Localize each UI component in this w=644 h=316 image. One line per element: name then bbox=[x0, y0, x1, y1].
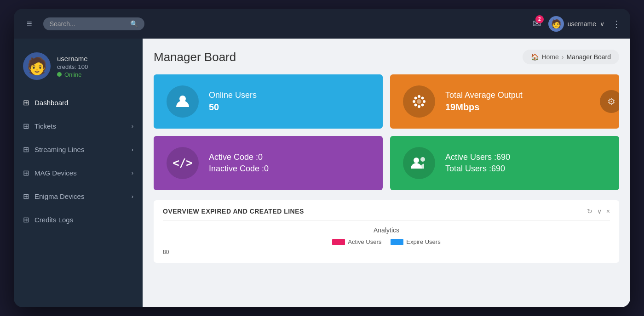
avatar: 🧑 bbox=[23, 52, 51, 80]
stat-info-users: Active Users :690 Total Users :690 bbox=[445, 152, 510, 174]
stat-card-users: Active Users :690 Total Users :690 bbox=[390, 136, 619, 190]
overview-section: OVERVIEW EXPIRED AND CREATED LINES ↻ ∨ ×… bbox=[154, 200, 619, 263]
breadcrumb-separator: › bbox=[562, 53, 564, 61]
chart-y-value: 80 bbox=[163, 249, 169, 255]
chevron-right-icon: › bbox=[132, 169, 133, 176]
svg-point-3 bbox=[418, 105, 420, 108]
svg-point-7 bbox=[421, 104, 424, 107]
top-bar-right: ✉ 2 🧑 username ∨ ⋮ bbox=[533, 16, 621, 32]
analytics-title: Analytics bbox=[163, 226, 610, 234]
sidebar-item-credits-logs[interactable]: ⊞ Credits Logs bbox=[14, 208, 143, 231]
svg-point-11 bbox=[420, 157, 425, 162]
tickets-icon: ⊞ bbox=[23, 122, 29, 130]
refresh-button[interactable]: ↻ bbox=[587, 208, 592, 215]
sidebar-item-enigma-devices[interactable]: ⊞ Enigma Devices › bbox=[14, 185, 143, 208]
svg-point-10 bbox=[414, 158, 419, 163]
device-frame: ≡ 🔍 ✉ 2 🧑 username ∨ ⋮ 🧑 username bbox=[14, 9, 630, 307]
search-icon: 🔍 bbox=[130, 20, 138, 28]
user-profile-button[interactable]: 🧑 username ∨ bbox=[548, 16, 604, 32]
stat-info-output: Total Average Output 19Mbps bbox=[445, 90, 523, 113]
code-icon: </> bbox=[172, 157, 192, 169]
sidebar-item-label: Streaming Lines bbox=[34, 146, 84, 153]
legend-swatch-pink bbox=[332, 239, 345, 245]
sidebar-item-label: Tickets bbox=[34, 122, 56, 130]
sidebar-item-label: Credits Logs bbox=[34, 216, 73, 224]
online-users-icon-circle bbox=[167, 85, 199, 118]
sidebar-item-mag-devices[interactable]: ⊞ MAG Devices › bbox=[14, 161, 143, 185]
streaming-lines-icon: ⊞ bbox=[23, 145, 29, 154]
legend-swatch-blue bbox=[391, 239, 403, 245]
svg-point-8 bbox=[421, 97, 424, 100]
stat-label: Online Users bbox=[209, 90, 257, 100]
user-status: Online bbox=[57, 71, 88, 78]
stat-card-online-users: Online Users 50 bbox=[154, 74, 383, 129]
status-dot bbox=[57, 72, 62, 77]
breadcrumb-current: Manager Board bbox=[566, 53, 611, 61]
sidebar-item-label: Dashboard bbox=[34, 99, 68, 107]
sidebar-item-streaming-lines[interactable]: ⊞ Streaming Lines › bbox=[14, 138, 143, 161]
sidebar-item-label: MAG Devices bbox=[34, 169, 77, 177]
users-icon-circle bbox=[403, 147, 435, 179]
stat-value: Total Users :690 bbox=[445, 164, 510, 174]
stat-info-online-users: Online Users 50 bbox=[209, 90, 257, 113]
legend-item-active: Active Users bbox=[332, 238, 381, 245]
output-icon-circle bbox=[403, 85, 435, 118]
svg-point-2 bbox=[418, 95, 420, 98]
stat-card-codes: </> Active Code :0 Inactive Code :0 bbox=[154, 136, 383, 190]
overview-actions: ↻ ∨ × bbox=[587, 208, 610, 215]
more-options-icon[interactable]: ⋮ bbox=[612, 18, 621, 29]
stat-value: 50 bbox=[209, 102, 257, 113]
chart-axis: 80 bbox=[163, 249, 610, 255]
settings-icon bbox=[411, 93, 427, 110]
user-icon bbox=[174, 93, 191, 110]
top-bar: ≡ 🔍 ✉ 2 🧑 username ∨ ⋮ bbox=[14, 9, 630, 39]
stat-label: Total Average Output bbox=[445, 90, 523, 100]
stat-value: 19Mbps bbox=[445, 102, 523, 113]
collapse-button[interactable]: ∨ bbox=[597, 208, 602, 215]
stats-grid: Online Users 50 bbox=[154, 74, 619, 190]
enigma-devices-icon: ⊞ bbox=[23, 192, 29, 201]
status-label: Online bbox=[64, 71, 82, 78]
sidebar-username: username bbox=[57, 55, 88, 62]
stat-info-codes: Active Code :0 Inactive Code :0 bbox=[209, 152, 269, 174]
sidebar-user-info: 🧑 username credits: 100 Online bbox=[14, 48, 143, 91]
content-area: Manager Board 🏠 Home › Manager Board bbox=[143, 39, 630, 307]
svg-point-9 bbox=[414, 104, 417, 107]
close-button[interactable]: × bbox=[606, 208, 610, 215]
legend-label-active: Active Users bbox=[348, 238, 381, 245]
page-title: Manager Board bbox=[154, 50, 236, 64]
svg-point-6 bbox=[414, 97, 417, 100]
notification-button[interactable]: ✉ 2 bbox=[533, 18, 541, 30]
search-input[interactable] bbox=[50, 20, 126, 28]
sidebar-item-tickets[interactable]: ⊞ Tickets › bbox=[14, 114, 143, 138]
breadcrumb: 🏠 Home › Manager Board bbox=[523, 50, 619, 64]
hamburger-button[interactable]: ≡ bbox=[23, 17, 36, 31]
main-layout: 🧑 username credits: 100 Online ⊞ Dashboa… bbox=[14, 39, 630, 307]
stat-label: Active Code :0 bbox=[209, 152, 269, 162]
breadcrumb-home: Home bbox=[541, 53, 558, 61]
legend-label-expire: Expire Users bbox=[406, 238, 440, 245]
chevron-right-icon: › bbox=[132, 193, 133, 200]
sidebar-credits: credits: 100 bbox=[57, 63, 88, 70]
legend-item-expire: Expire Users bbox=[391, 238, 440, 245]
group-icon bbox=[410, 155, 428, 171]
stat-label: Active Users :690 bbox=[445, 152, 510, 162]
home-icon: 🏠 bbox=[531, 53, 539, 61]
svg-point-5 bbox=[423, 100, 426, 103]
credits-logs-icon: ⊞ bbox=[23, 215, 29, 224]
stat-card-total-output: Total Average Output 19Mbps ⚙ bbox=[390, 74, 619, 129]
user-details: username credits: 100 Online bbox=[57, 55, 88, 78]
mag-devices-icon: ⊞ bbox=[23, 169, 29, 177]
sidebar-item-dashboard[interactable]: ⊞ Dashboard bbox=[14, 91, 143, 114]
avatar-top: 🧑 bbox=[548, 16, 564, 32]
page-header: Manager Board 🏠 Home › Manager Board bbox=[154, 50, 619, 64]
search-bar: 🔍 bbox=[43, 17, 144, 30]
gear-icon: ⚙ bbox=[600, 90, 619, 113]
notification-badge: 2 bbox=[535, 15, 544, 23]
chevron-right-icon: › bbox=[132, 146, 133, 153]
analytics-container: Analytics Active Users Expire Users 80 bbox=[163, 226, 610, 255]
overview-title: OVERVIEW EXPIRED AND CREATED LINES bbox=[163, 208, 304, 215]
svg-point-4 bbox=[413, 100, 415, 103]
sidebar: 🧑 username credits: 100 Online ⊞ Dashboa… bbox=[14, 39, 143, 307]
code-icon-circle: </> bbox=[167, 147, 199, 179]
